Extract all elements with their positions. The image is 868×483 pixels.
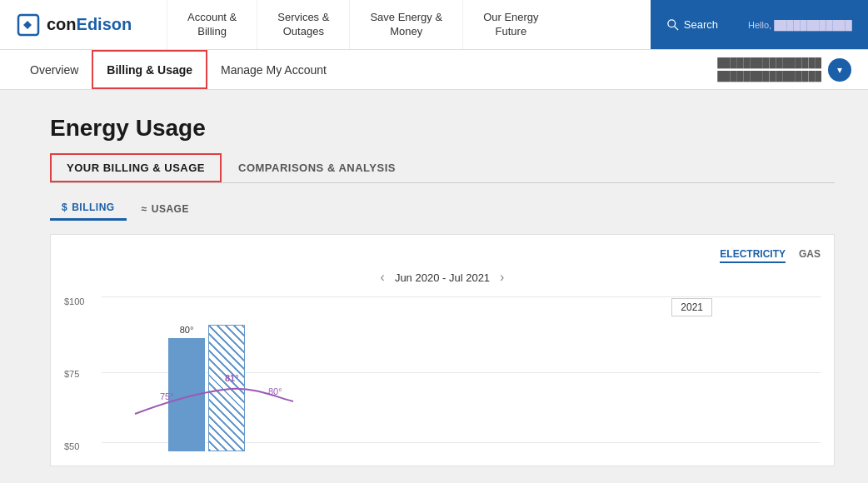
legend-electricity[interactable]: ELECTRICITY <box>720 248 786 263</box>
logo: conEdison <box>0 0 167 49</box>
y-axis: $100 $75 $50 <box>64 293 97 451</box>
nav-account-billing[interactable]: Account & Billing <box>167 0 257 49</box>
search-icon <box>667 19 679 31</box>
account-dropdown-button[interactable]: ▾ <box>828 58 851 82</box>
sub-nav-manage-account[interactable]: Manage My Account <box>207 50 340 89</box>
temp-75: 75° <box>160 391 174 401</box>
chart-inner: 2021 80° 81° 75° <box>102 293 821 451</box>
svg-point-1 <box>668 19 676 27</box>
usage-label: USAGE <box>152 203 189 215</box>
main-content: Energy Usage YOUR BILLING & USAGE COMPAR… <box>0 90 868 483</box>
y-label-100: $100 <box>64 296 97 306</box>
tab-comparisons-analysis[interactable]: COMPARISONS & ANALYSIS <box>238 153 412 182</box>
chart-legend: ELECTRICITY GAS <box>64 248 821 263</box>
nav-links: Account & Billing Services &Outages Save… <box>167 0 651 49</box>
sub-nav-billing-usage[interactable]: Billing & Usage <box>92 50 207 89</box>
temperature-curve: 81° 75° 80° <box>102 293 821 451</box>
billing-icon: $ <box>62 202 67 213</box>
chart-date-nav: ‹ Jun 2020 - Jul 2021 › <box>64 270 821 285</box>
y-label-50: $50 <box>64 441 97 451</box>
date-range-label: Jun 2020 - Jul 2021 <box>395 271 490 284</box>
tab-billing[interactable]: $ BILLING <box>50 197 127 221</box>
nav-save-energy[interactable]: Save Energy &Money <box>349 0 462 49</box>
account-info: ████████████████ ████████████████ <box>717 57 821 82</box>
svg-line-2 <box>675 26 678 29</box>
nav-our-energy[interactable]: Our EnergyFuture <box>462 0 558 49</box>
tab-usage[interactable]: ≈ USAGE <box>130 197 201 221</box>
sub-nav: Overview Billing & Usage Manage My Accou… <box>0 50 868 90</box>
y-label-75: $75 <box>64 369 97 379</box>
sub-nav-right: ████████████████ ████████████████ ▾ <box>717 57 851 82</box>
temp-81: 81° <box>225 373 239 383</box>
account-nav: Hello, ████████████ <box>735 0 868 49</box>
logo-text: conEdison <box>47 15 132 34</box>
tab-your-billing-usage[interactable]: YOUR BILLING & USAGE <box>50 153 222 182</box>
section-tabs: YOUR BILLING & USAGE COMPARISONS & ANALY… <box>50 153 835 183</box>
prev-date-button[interactable]: ‹ <box>381 270 385 285</box>
account-line2: ████████████████ <box>717 70 821 82</box>
billing-tabs: $ BILLING ≈ USAGE <box>50 197 835 221</box>
usage-icon: ≈ <box>142 203 147 215</box>
sub-nav-overview[interactable]: Overview <box>17 50 92 89</box>
search-button[interactable]: Search <box>651 0 735 49</box>
chart-area: $100 $75 $50 2021 80° <box>64 293 821 451</box>
temp-80: 80° <box>268 386 282 396</box>
nav-services-outages[interactable]: Services &Outages <box>257 0 349 49</box>
logo-icon <box>17 13 40 37</box>
page-title: Energy Usage <box>50 115 835 142</box>
next-date-button[interactable]: › <box>500 270 504 285</box>
legend-gas[interactable]: GAS <box>799 248 821 263</box>
chart-container: ELECTRICITY GAS ‹ Jun 2020 - Jul 2021 › … <box>50 234 835 466</box>
account-text: Hello, ████████████ <box>748 20 852 30</box>
account-line1: ████████████████ <box>717 57 821 69</box>
top-nav: conEdison Account & Billing Services &Ou… <box>0 0 868 50</box>
billing-label: BILLING <box>72 202 115 213</box>
search-label: Search <box>684 18 718 31</box>
